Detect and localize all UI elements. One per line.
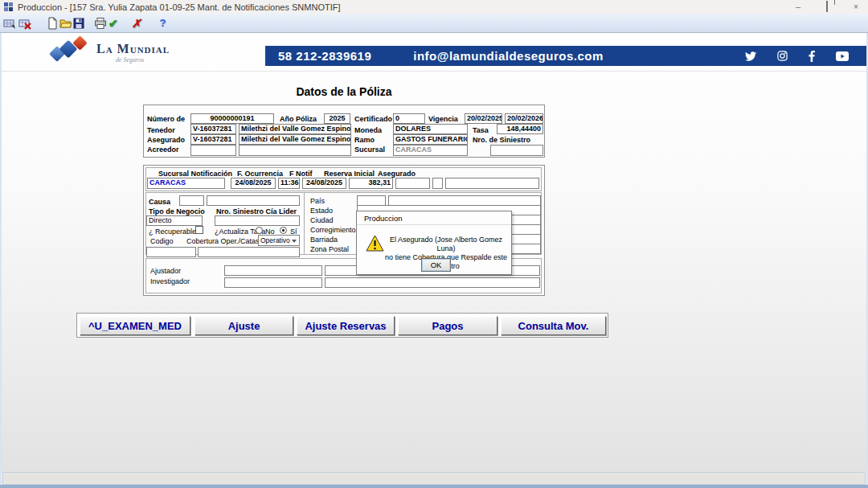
pagos-button[interactable]: Pagos [398,316,497,335]
window-border [0,33,2,485]
tasa-label: Tasa [473,126,489,134]
cobertura-field[interactable] [198,247,300,257]
nro-siniestro-lider-field[interactable] [215,215,300,226]
youtube-icon[interactable] [836,51,849,61]
codigo-label: Codigo [150,237,174,245]
estado-label: Estado [310,207,333,215]
investigador-nombre-field[interactable] [325,277,540,288]
ciudad-label: Ciudad [310,216,334,224]
vigencia-hasta-field[interactable]: 20/02/2026 [505,113,543,124]
twitter-icon[interactable] [745,51,756,61]
examen-med-button[interactable]: ^U_EXAMEN_MED [80,316,190,335]
asegurado-id-field[interactable]: V-16037281 [190,134,236,145]
f-notif-label: F Notif [289,170,313,178]
brand-name: La Mundial [96,42,170,56]
close-button[interactable]: × [850,2,862,11]
recuperable-checkbox[interactable] [195,226,203,234]
cobertura-label: Cobertura Oper./Catast. [186,237,264,245]
vigencia-label: Vigencia [428,115,458,123]
investigador-id-field[interactable] [224,277,322,288]
records-grid-icon[interactable] [2,16,16,30]
policy-fieldset: Número de 90000000191 Año Póliza 2025 Ce… [143,105,545,158]
tenedor-id-field[interactable]: V-16037281 [190,124,236,134]
action-bar: ^U_EXAMEN_MED Ajuste Ajuste Reservas Pag… [76,313,608,338]
vigencia-desde-field[interactable]: 20/02/2025 [465,113,502,124]
tenedor-nombre-field[interactable]: Milethzi del Valle Gomez Espinoz [239,124,351,134]
tipo-negocio-label: Tipo de Negocio [149,207,205,215]
sucursal-notificacion-field[interactable]: CARACAS [147,178,225,189]
asegurado-notif-label: Asegurado [378,170,416,178]
divider [304,192,305,255]
actualiza-no-radio[interactable] [256,227,263,234]
instagram-icon[interactable] [777,51,788,61]
app-icon [4,2,13,11]
f-notif-field[interactable]: 24/08/2025 [302,178,346,189]
facebook-icon[interactable] [809,51,815,62]
asegurado-nombre-field[interactable]: Milethzi del Valle Gomez Espinoz [239,134,351,145]
acreedor-label: Acreedor [147,146,179,154]
corregimiento-label: Corregimiento [310,226,356,234]
reserva-inicial-field[interactable]: 382,31 [349,178,393,189]
acreedor-nombre-field[interactable] [239,145,351,156]
chevron-down-icon [292,240,297,243]
certificado-field[interactable]: 0 [393,113,425,124]
title-bar: Produccion - [157 Sra. Yulia Zapata 01-0… [0,0,868,14]
tasa-field[interactable]: 148,44400 [497,124,543,134]
ok-button[interactable]: OK [421,258,451,272]
dialog-title: Produccion [357,211,511,225]
ajustador-label: Ajustador [150,267,181,275]
status-bar [2,472,866,485]
ano-poliza-field[interactable]: 2025 [324,113,350,124]
cobertura-tipo-value: Operativo [260,236,290,244]
actualiza-si-radio[interactable] [280,227,287,234]
moneda-label: Moneda [354,126,382,134]
hora-ocurrencia-field[interactable]: 11:36 [278,178,300,189]
asegurado-notif-field[interactable] [395,178,430,189]
numero-poliza-field[interactable]: 90000000191 [190,113,274,124]
ajustador-id-field[interactable] [224,265,322,276]
moneda-field[interactable]: DOLARES [393,124,468,134]
nro-siniestro-field[interactable] [490,145,543,156]
asegurado-label: Asegurado [147,136,185,144]
produccion-dialog: Produccion El Asegurado (Jose Alberto Go… [356,211,512,275]
ajuste-button[interactable]: Ajuste [194,316,293,335]
investigador-label: Investigador [150,277,190,285]
help-icon[interactable]: ? [156,16,170,30]
cancel-x-icon[interactable]: ✗ [129,16,143,30]
window-title: Produccion - [157 Sra. Yulia Zapata 01-0… [18,2,341,12]
new-document-icon[interactable] [46,16,59,30]
restore-icon [826,1,828,12]
asegurado-tiny-field[interactable] [432,178,443,189]
numero-label: Número de [147,115,185,123]
save-icon[interactable] [72,16,85,30]
zona-postal-label: Zona Postal [310,245,349,253]
open-folder-icon[interactable] [59,16,72,30]
ramo-field[interactable]: GASTOS FUNERARIO [393,134,468,145]
f-ocurrencia-field[interactable]: 24/08/2025 [231,178,276,189]
minimize-button[interactable]: – [792,2,804,11]
commit-check-icon[interactable]: ✔ [106,16,120,30]
tipo-negocio-field[interactable]: Directo [146,215,203,226]
barriada-label: Barriada [310,236,338,244]
brand-tagline: de Seguros [116,56,144,64]
restore-button[interactable] [821,2,833,11]
dialog-message-line1: El Asegurado (Jose Alberto Gomez Luna) [384,236,508,253]
acreedor-id-field[interactable] [190,145,236,156]
sucursal-field[interactable]: CARACAS [393,145,468,156]
consulta-mov-button[interactable]: Consulta Mov. [501,316,606,335]
toolbar: ✔ ✗ ? [0,14,868,33]
cobertura-tipo-dropdown[interactable]: Operativo [258,235,300,246]
causa-desc-field[interactable] [207,195,300,206]
print-icon[interactable] [93,16,107,30]
sucursal-label: Sucursal [354,146,385,154]
codigo-field[interactable] [146,247,196,257]
nro-siniestro-label: Nro. de Siniestro [473,136,530,144]
reserva-inicial-label: Reserva Inicial [324,170,375,178]
nro-siniestro-lider-label: Nro. Siniestro Cía Lider [216,207,297,215]
causa-codigo-field[interactable] [179,195,204,206]
asegurado-desc-field[interactable] [445,178,539,189]
pais-label: País [310,197,325,205]
records-grid-delete-icon[interactable] [18,16,31,30]
ajuste-reservas-button[interactable]: Ajuste Reservas [297,316,395,335]
causa-label: Causa [149,198,170,206]
